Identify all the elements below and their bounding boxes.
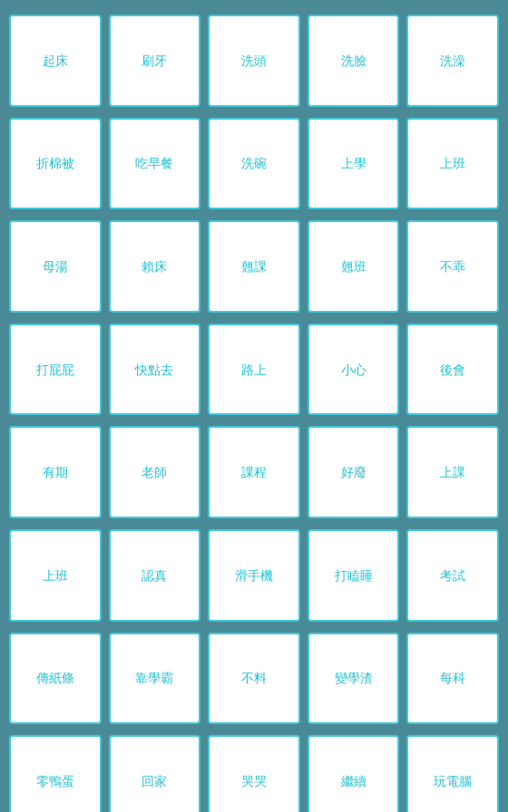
sticker-label: 認真 bbox=[142, 567, 167, 584]
sticker-label: 上班 bbox=[43, 567, 68, 584]
sticker-card[interactable]: 洗澡 bbox=[406, 14, 499, 107]
sticker-card[interactable]: 不乖 bbox=[406, 220, 499, 313]
sticker-card[interactable]: 母湯 bbox=[9, 220, 102, 313]
sticker-label: 回家 bbox=[142, 773, 167, 789]
sticker-label: 滑手機 bbox=[235, 567, 273, 584]
sticker-label: 傳紙條 bbox=[36, 670, 74, 686]
sticker-card[interactable]: 有期 bbox=[9, 426, 102, 518]
sticker-card[interactable]: 上班 bbox=[406, 118, 499, 210]
sticker-label: 快點去 bbox=[135, 362, 173, 378]
sticker-label: 打瞌睡 bbox=[335, 567, 373, 584]
sticker-card[interactable]: 傳紙條 bbox=[9, 633, 102, 725]
sticker-label: 靠學霸 bbox=[135, 670, 173, 686]
sticker-card[interactable]: 上學 bbox=[308, 118, 400, 210]
sticker-card[interactable]: 認真 bbox=[109, 529, 201, 622]
sticker-label: 好廢 bbox=[341, 464, 366, 480]
sticker-label: 玩電腦 bbox=[434, 773, 472, 789]
sticker-card[interactable]: 路上 bbox=[208, 324, 300, 416]
sticker-label: 母湯 bbox=[43, 258, 68, 275]
sticker-label: 刷牙 bbox=[142, 53, 167, 69]
sticker-label: 變學渣 bbox=[335, 670, 373, 686]
sticker-card[interactable]: 吃早餐 bbox=[109, 118, 201, 210]
sticker-label: 哭哭 bbox=[241, 773, 267, 789]
sticker-label: 繼續 bbox=[341, 773, 366, 789]
sticker-card[interactable]: 翹班 bbox=[308, 220, 400, 313]
sticker-card[interactable]: 翹課 bbox=[208, 220, 300, 313]
sticker-label: 有期 bbox=[43, 464, 68, 480]
sticker-label: 路上 bbox=[241, 362, 267, 378]
sticker-card[interactable]: 上班 bbox=[9, 529, 102, 622]
sticker-label: 折棉被 bbox=[36, 155, 74, 171]
sticker-card[interactable]: 老師 bbox=[109, 426, 201, 518]
sticker-label: 洗碗 bbox=[241, 155, 267, 171]
sticker-card[interactable]: 好廢 bbox=[308, 426, 400, 518]
sticker-label: 洗頭 bbox=[241, 53, 267, 69]
sticker-card[interactable]: 洗臉 bbox=[308, 14, 400, 107]
sticker-card[interactable]: 課程 bbox=[208, 426, 300, 518]
sticker-label: 上課 bbox=[440, 464, 465, 480]
sticker-card[interactable]: 滑手機 bbox=[208, 529, 300, 622]
sticker-card[interactable]: 上課 bbox=[406, 426, 499, 518]
sticker-label: 打屁屁 bbox=[36, 362, 74, 378]
sticker-label: 翹班 bbox=[341, 258, 366, 275]
sticker-card[interactable]: 繼續 bbox=[308, 735, 400, 812]
sticker-label: 洗臉 bbox=[341, 53, 366, 69]
sticker-card[interactable]: 後會 bbox=[406, 324, 499, 416]
sticker-label: 賴床 bbox=[142, 258, 167, 275]
sticker-label: 小心 bbox=[341, 362, 366, 378]
sticker-label: 課程 bbox=[241, 464, 267, 480]
sticker-label: 考試 bbox=[440, 567, 465, 584]
sticker-card[interactable]: 小心 bbox=[308, 324, 400, 416]
sticker-card[interactable]: 不料 bbox=[208, 633, 300, 725]
sticker-label: 不乖 bbox=[440, 258, 465, 275]
sticker-label: 吃早餐 bbox=[135, 155, 173, 171]
sticker-card[interactable]: 折棉被 bbox=[9, 118, 102, 210]
sticker-label: 每科 bbox=[440, 670, 465, 686]
sticker-label: 老師 bbox=[142, 464, 167, 480]
sticker-card[interactable]: 考試 bbox=[406, 529, 499, 622]
sticker-card[interactable]: 洗碗 bbox=[208, 118, 300, 210]
sticker-label: 上學 bbox=[341, 155, 366, 171]
sticker-card[interactable]: 洗頭 bbox=[208, 14, 300, 107]
sticker-card[interactable]: 賴床 bbox=[109, 220, 201, 313]
sticker-card[interactable]: 玩電腦 bbox=[406, 735, 499, 812]
sticker-grid: 起床刷牙洗頭洗臉洗澡折棉被吃早餐洗碗上學上班母湯賴床翹課翹班不乖打屁屁快點去路上… bbox=[9, 14, 499, 812]
sticker-label: 後會 bbox=[440, 362, 465, 378]
sticker-card[interactable]: 起床 bbox=[9, 14, 102, 107]
sticker-label: 上班 bbox=[440, 155, 465, 171]
sticker-card[interactable]: 刷牙 bbox=[109, 14, 201, 107]
sticker-label: 零鴨蛋 bbox=[36, 773, 74, 789]
sticker-label: 洗澡 bbox=[440, 53, 465, 69]
sticker-card[interactable]: 零鴨蛋 bbox=[9, 735, 102, 812]
sticker-card[interactable]: 靠學霸 bbox=[109, 633, 201, 725]
sticker-card[interactable]: 變學渣 bbox=[308, 633, 400, 725]
sticker-label: 不料 bbox=[241, 670, 267, 686]
sticker-label: 翹課 bbox=[241, 258, 267, 275]
sticker-card[interactable]: 哭哭 bbox=[208, 735, 300, 812]
sticker-card[interactable]: 每科 bbox=[406, 633, 499, 725]
sticker-card[interactable]: 打屁屁 bbox=[9, 324, 102, 416]
sticker-card[interactable]: 快點去 bbox=[109, 324, 201, 416]
sticker-card[interactable]: 回家 bbox=[109, 735, 201, 812]
sticker-card[interactable]: 打瞌睡 bbox=[308, 529, 400, 622]
sticker-label: 起床 bbox=[43, 53, 68, 69]
